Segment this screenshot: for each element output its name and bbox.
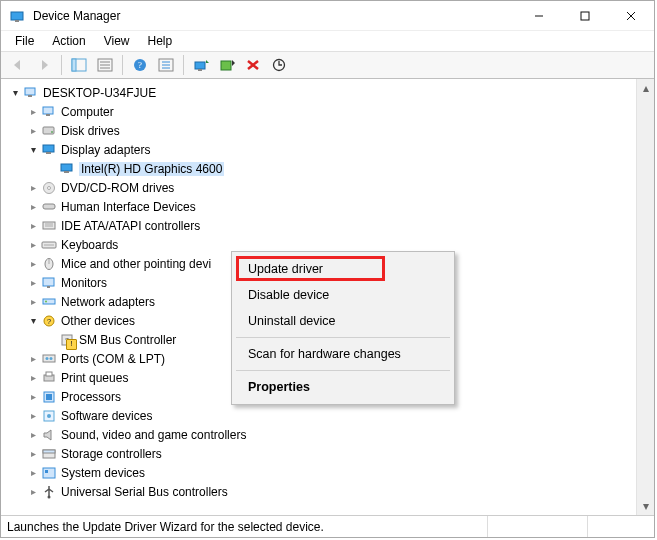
svg-rect-56 <box>46 372 52 376</box>
expand-toggle[interactable]: ▸ <box>25 123 41 139</box>
category-label: Mice and other pointing devi <box>61 257 211 271</box>
system-icon <box>41 465 57 481</box>
svg-text:?: ? <box>47 317 52 326</box>
expand-toggle[interactable]: ▸ <box>25 199 41 215</box>
scan-hardware-button[interactable] <box>267 53 291 77</box>
expand-toggle[interactable]: ▸ <box>25 427 41 443</box>
usb-icon <box>41 484 57 500</box>
properties-button[interactable] <box>93 53 117 77</box>
expand-toggle[interactable]: ▾ <box>7 85 23 101</box>
help-button[interactable]: ? <box>128 53 152 77</box>
tree-category[interactable]: ▸Disk drives <box>5 121 636 140</box>
storage-icon <box>41 446 57 462</box>
tree-root[interactable]: ▾DESKTOP-U34FJUE <box>5 83 636 102</box>
maximize-button[interactable] <box>562 1 608 31</box>
menu-action[interactable]: Action <box>44 32 93 50</box>
svg-text:?: ? <box>65 336 70 345</box>
svg-rect-20 <box>221 61 231 70</box>
expand-toggle[interactable]: ▸ <box>25 180 41 196</box>
toolbar-separator <box>61 55 62 75</box>
svg-rect-36 <box>43 204 55 209</box>
svg-rect-30 <box>43 145 54 152</box>
tree-category[interactable]: ▸Universal Serial Bus controllers <box>5 482 636 501</box>
back-button[interactable] <box>6 53 30 77</box>
show-hide-tree-button[interactable] <box>67 53 91 77</box>
tree-category[interactable]: ▸Storage controllers <box>5 444 636 463</box>
tree-category[interactable]: ▸IDE ATA/ATAPI controllers <box>5 216 636 235</box>
category-label: Monitors <box>61 276 107 290</box>
svg-point-60 <box>47 414 51 418</box>
update-driver-button[interactable] <box>189 53 213 77</box>
svg-rect-52 <box>43 355 55 362</box>
expand-toggle[interactable]: ▾ <box>25 313 41 329</box>
expand-toggle[interactable]: ▸ <box>25 389 41 405</box>
software-icon <box>41 408 57 424</box>
expand-toggle[interactable]: ▾ <box>25 142 41 158</box>
titlebar: Device Manager <box>1 1 654 31</box>
svg-rect-0 <box>11 12 23 20</box>
unknown-icon: ? <box>59 332 75 348</box>
status-cell <box>588 516 648 537</box>
tree-category[interactable]: ▸DVD/CD-ROM drives <box>5 178 636 197</box>
category-label: Print queues <box>61 371 128 385</box>
expand-toggle[interactable]: ▸ <box>25 465 41 481</box>
menu-item-scan-for-hardware-changes[interactable]: Scan for hardware changes <box>234 341 452 367</box>
tree-category[interactable]: ▸Human Interface Devices <box>5 197 636 216</box>
scroll-up-icon[interactable]: ▴ <box>637 79 655 97</box>
category-label: Disk drives <box>61 124 120 138</box>
tree-category[interactable]: ▸Software devices <box>5 406 636 425</box>
svg-rect-44 <box>43 278 54 286</box>
menu-file[interactable]: File <box>7 32 42 50</box>
other-icon: ? <box>41 313 57 329</box>
svg-point-47 <box>45 300 47 302</box>
minimize-button[interactable] <box>516 1 562 31</box>
tree-category[interactable]: ▸Computer <box>5 102 636 121</box>
category-label: Display adapters <box>61 143 150 157</box>
menu-separator <box>236 337 450 338</box>
expand-toggle[interactable]: ▸ <box>25 446 41 462</box>
menu-help[interactable]: Help <box>140 32 181 50</box>
expand-toggle[interactable]: ▸ <box>25 104 41 120</box>
expand-toggle[interactable]: ▸ <box>25 351 41 367</box>
status-text: Launches the Update Driver Wizard for th… <box>7 516 488 537</box>
device-label: SM Bus Controller <box>79 333 176 347</box>
client-area: ▾DESKTOP-U34FJUE▸Computer▸Disk drives▾Di… <box>1 79 654 515</box>
expand-toggle[interactable]: ▸ <box>25 237 41 253</box>
tree-device[interactable]: ▪Intel(R) HD Graphics 4600 <box>5 159 636 178</box>
action-list-button[interactable] <box>154 53 178 77</box>
vertical-scrollbar[interactable]: ▴ ▾ <box>636 79 654 515</box>
tree-category[interactable]: ▾Display adapters <box>5 140 636 159</box>
toolbar-separator <box>122 55 123 75</box>
printer-icon <box>41 370 57 386</box>
expand-toggle[interactable]: ▸ <box>25 275 41 291</box>
svg-rect-19 <box>198 69 202 71</box>
enable-device-button[interactable] <box>215 53 239 77</box>
expand-toggle[interactable]: ▸ <box>25 294 41 310</box>
menu-item-properties[interactable]: Properties <box>234 374 452 400</box>
menu-view[interactable]: View <box>96 32 138 50</box>
svg-rect-63 <box>43 468 55 478</box>
uninstall-device-button[interactable] <box>241 53 265 77</box>
ports-icon <box>41 351 57 367</box>
ide-icon <box>41 218 57 234</box>
tree-category[interactable]: ▸Sound, video and game controllers <box>5 425 636 444</box>
close-button[interactable] <box>608 1 654 31</box>
expand-toggle[interactable]: ▸ <box>25 408 41 424</box>
forward-button[interactable] <box>32 53 56 77</box>
menu-item-uninstall-device[interactable]: Uninstall device <box>234 308 452 334</box>
svg-point-65 <box>48 495 51 498</box>
svg-rect-18 <box>195 62 205 69</box>
scroll-down-icon[interactable]: ▾ <box>637 497 655 515</box>
menubar: File Action View Help <box>1 31 654 51</box>
expand-toggle[interactable]: ▸ <box>25 218 41 234</box>
tree-category[interactable]: ▸System devices <box>5 463 636 482</box>
svg-rect-7 <box>72 59 76 71</box>
category-label: System devices <box>61 466 145 480</box>
svg-rect-62 <box>43 450 55 453</box>
menu-item-disable-device[interactable]: Disable device <box>234 282 452 308</box>
menu-item-update-driver[interactable]: Update driver <box>234 256 452 282</box>
expand-toggle[interactable]: ▸ <box>25 370 41 386</box>
expand-toggle[interactable]: ▸ <box>25 484 41 500</box>
expand-toggle[interactable]: ▸ <box>25 256 41 272</box>
display-icon <box>59 161 75 177</box>
